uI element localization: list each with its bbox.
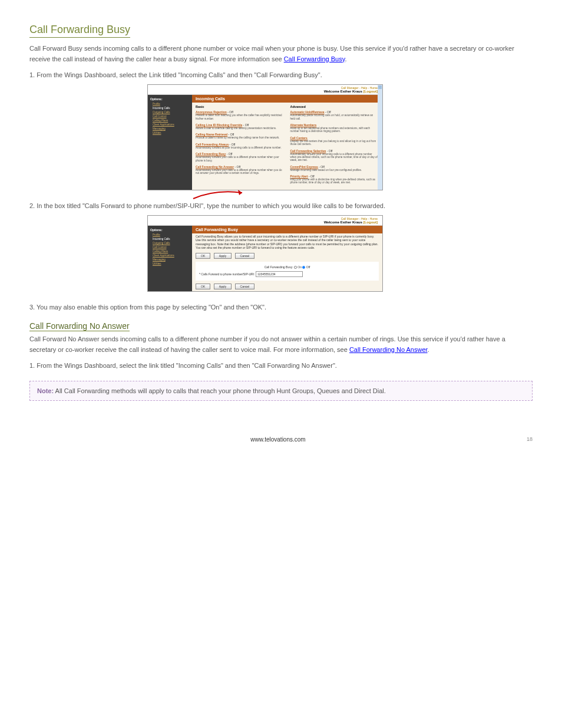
sidebar2-incoming[interactable]: Incoming Calls [150,237,190,241]
intro-link[interactable]: Call Forwarding Busy [284,55,345,62]
footer-url: www.telovations.com [250,436,305,443]
sidebar2-profile[interactable]: Profile [150,233,190,237]
cfb-on-label: On [297,265,302,269]
logout-link[interactable]: [Logout] [363,90,378,93]
sidebar-2: Options: Profile Incoming Calls Outgoing… [148,226,192,291]
panel-title: Incoming Calls [192,95,382,103]
note-box: Note: All Call Forwarding methods will a… [29,381,533,401]
sidebar2-utilities[interactable]: Utilities [150,262,190,266]
cfb-description: Call Forwarding Busy allows you to forwa… [192,233,382,251]
note-body: All Call Forwarding methods will apply t… [54,387,386,394]
intro-end: . [345,55,346,62]
sidebar2-outgoing[interactable]: Outgoing Calls [150,241,190,245]
welcome-text-2: Welcome Esther Kraus [324,220,362,224]
feat-cc[interactable]: Call Centers [290,136,308,140]
intro-text: Call Forward Busy sends incoming calls t… [29,45,514,62]
sidebar2-callcontrol[interactable]: Call Control [150,245,190,249]
sidebar-item-outgoing[interactable]: Outgoing Calls [150,110,190,114]
ok-button-top[interactable]: OK [196,253,210,259]
cfb-title: Call Forwarding Busy [192,226,382,233]
sidebar-item-callcontrol[interactable]: Call Control [150,114,190,118]
scrollbar[interactable] [378,85,382,190]
welcome-text: Welcome Esther Kraus [324,90,362,93]
section-heading-cfb: Call Forwarding Busy [29,24,130,38]
sidebar-item-plans[interactable]: Calling Plans [150,118,190,123]
step-2: 2. In the box titled "Calls Forward to p… [29,202,533,209]
advanced-header: Advanced [290,105,379,108]
apply-button-top[interactable]: Apply [214,253,232,259]
sidebar2-plans[interactable]: Calling Plans [150,249,190,253]
cfb-off-label: Off [306,265,310,269]
sidebar-header: Options: [150,97,190,101]
cfb-radio-on[interactable] [294,266,297,269]
cfna-intro: Call Forward No Answer sends incoming ca… [29,334,533,355]
cfb-input-label: * Calls Forward to phone number/SIP-URI: [199,272,254,276]
cfb-radio-off[interactable] [302,266,305,269]
sidebar-item-messaging[interactable]: Messaging [150,127,190,131]
logout-link-2[interactable]: [Logout] [363,220,378,224]
cancel-button-bottom[interactable]: Cancel [235,284,255,289]
intro-paragraph: Call Forward Busy sends incoming calls t… [29,44,533,64]
sidebar2-client[interactable]: Client Applications [150,253,190,258]
sidebar: Options: Profile Incoming Calls Outgoing… [148,95,192,190]
apply-button-bottom[interactable]: Apply [214,284,232,289]
feat-cfs[interactable]: Call Forwarding Selective [290,149,326,153]
page-number: 18 [527,436,533,442]
page-footer: www.telovations.com 18 [29,436,533,443]
cfna-link[interactable]: Call Forwarding No Answer [349,346,428,353]
sidebar-item-client[interactable]: Client Applications [150,123,190,127]
screenshot-incoming-calls: Call Manager - Help - Home Welcome Esthe… [147,84,383,190]
screenshot-cfb-settings: Call Manager - Help - Home Welcome Esthe… [147,215,383,292]
sidebar2-messaging[interactable]: Messaging [150,258,190,262]
sidebar-item-profile[interactable]: Profile [150,102,190,106]
section-heading-cfna: Call Forwarding No Answer [29,321,533,331]
feat-commpilot[interactable]: CommPilot Express [290,165,318,169]
step-3: 3. You may also enable this option from … [29,304,533,311]
cfna-step-1: 1. From the Wings Dashboard, select the … [29,362,533,369]
sidebar-item-utilities[interactable]: Utilities [150,131,190,135]
sidebar-header-2: Options: [150,228,190,232]
sidebar-item-incoming[interactable]: Incoming Calls [150,106,190,110]
callout-arrow-icon [192,188,245,200]
cancel-button-top[interactable]: Cancel [235,253,255,259]
note-header: Note: [37,387,54,394]
ok-button-bottom[interactable]: OK [196,284,210,289]
basic-header: Basic [196,105,285,108]
cfb-input[interactable]: 12345551234 [256,271,303,277]
feat-cfa[interactable]: Call Forwarding Always [196,143,229,146]
cfb-radio-label: Call Forwarding Busy: [265,265,293,269]
step-1: 1. From the Wings Dashboard, select the … [29,71,533,78]
